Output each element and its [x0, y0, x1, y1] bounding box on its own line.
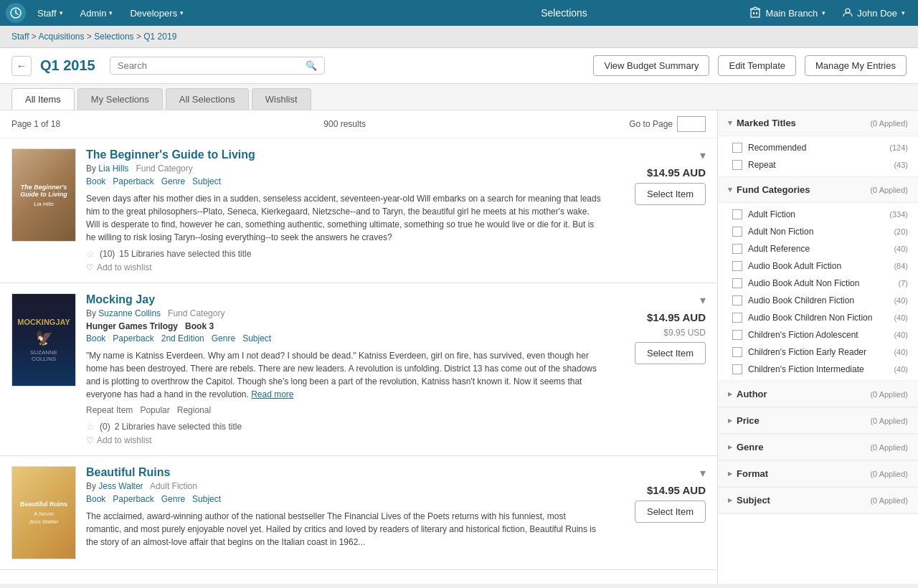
view-budget-button[interactable]: View Budget Summary [593, 55, 709, 76]
book-title: Beautiful Ruins [86, 466, 602, 479]
childrens-adolescent-checkbox[interactable] [732, 330, 742, 340]
filter-fund-categories-header[interactable]: ▾ Fund Categories (0 Applied) [718, 177, 918, 203]
select-item-button[interactable]: Select Item [635, 501, 706, 523]
author-name[interactable]: Suzanne Collins [98, 308, 161, 318]
tab-my-selections[interactable]: My Selections [77, 88, 163, 110]
svg-rect-2 [753, 12, 754, 14]
filter-genre-header[interactable]: ▸ Genre (0 Applied) [718, 435, 918, 460]
filter-item[interactable]: Children's Fiction Early Reader (40) [718, 343, 918, 361]
filter-item[interactable]: Children's Fiction Adolescent (40) [718, 326, 918, 343]
genre-applied: (0 Applied) [870, 443, 908, 452]
fund-category: Adult Fiction [150, 481, 197, 491]
filter-marked-titles-header[interactable]: ▾ Marked Titles (0 Applied) [718, 110, 918, 136]
filter-item-repeat[interactable]: Repeat (43) [718, 156, 918, 174]
manage-entries-button[interactable]: Manage My Entries [805, 55, 907, 76]
filter-author-header[interactable]: ▸ Author (0 Applied) [718, 381, 918, 407]
expand-button[interactable]: ▾ [700, 148, 706, 162]
audio-adult-non-fiction-checkbox[interactable] [732, 278, 742, 288]
expand-button[interactable]: ▾ [700, 293, 706, 307]
expand-button[interactable]: ▾ [700, 466, 706, 480]
filter-item-recommended[interactable]: Recommended (124) [718, 139, 918, 156]
book-meta: Book Paperback Genre Subject [86, 176, 602, 186]
nav-developers[interactable]: Developers ▾ [121, 0, 192, 26]
childrens-early-reader-checkbox[interactable] [732, 347, 742, 357]
adult-non-fiction-checkbox[interactable] [732, 227, 742, 237]
book-item: The Beginner's Guide to Living Lia Hills… [0, 138, 717, 283]
book-cover-beautiful-ruins: Beautiful Ruins A Novel Jess Walter [11, 466, 76, 559]
search-input[interactable] [118, 60, 306, 71]
audio-children-fiction-checkbox[interactable] [732, 295, 742, 305]
tab-all-items[interactable]: All Items [11, 88, 75, 110]
filter-item[interactable]: Adult Non Fiction (20) [718, 223, 918, 240]
book-action: ▾ $14.95 AUD Select Item [612, 466, 706, 523]
filter-subject-header[interactable]: ▸ Subject (0 Applied) [718, 488, 918, 513]
filter-item[interactable]: Audio Book Adult Non Fiction (7) [718, 275, 918, 292]
format-arrow-icon: ▸ [728, 469, 732, 478]
star-icon: ☆ [86, 421, 95, 432]
content-area: Page 1 of 18 900 results Go to Page The … [0, 110, 717, 584]
book-author: By Suzanne Collins Fund Category [86, 308, 602, 318]
fund-category: Fund Category [168, 308, 224, 318]
main-layout: Page 1 of 18 900 results Go to Page The … [0, 110, 918, 584]
edit-template-button[interactable]: Edit Template [718, 55, 796, 76]
book-title: The Beginner's Guide to Living [86, 148, 602, 161]
breadcrumb-staff[interactable]: Staff [11, 32, 29, 42]
select-item-button[interactable]: Select Item [635, 342, 706, 364]
childrens-intermediate-checkbox[interactable] [732, 364, 742, 374]
audio-adult-fiction-checkbox[interactable] [732, 261, 742, 271]
tab-all-selections[interactable]: All Selections [166, 88, 249, 110]
format-applied: (0 Applied) [870, 470, 908, 478]
admin-chevron-icon: ▾ [109, 9, 113, 16]
audio-children-non-fiction-checkbox[interactable] [732, 313, 742, 323]
filter-format-header[interactable]: ▸ Format (0 Applied) [718, 461, 918, 487]
book-cover-beginner: The Beginner's Guide to Living Lia Hills [11, 148, 76, 242]
adult-reference-checkbox[interactable] [732, 244, 742, 254]
book-description: "My name is Katniss Everdeen. Why am I n… [86, 349, 602, 401]
nav-staff[interactable]: Staff ▾ [29, 0, 72, 26]
filter-item[interactable]: Children's Fiction Intermediate (40) [718, 361, 918, 378]
repeat-checkbox[interactable] [732, 160, 742, 170]
nav-admin[interactable]: Admin ▾ [72, 0, 122, 26]
book-info: Mocking Jay By Suzanne Collins Fund Cate… [86, 293, 602, 445]
author-name[interactable]: Jess Walter [98, 481, 143, 491]
fund-category: Fund Category [136, 163, 192, 174]
filter-item[interactable]: Audio Book Adult Fiction (84) [718, 257, 918, 275]
filter-marked-titles: ▾ Marked Titles (0 Applied) Recommended … [718, 110, 918, 177]
back-button[interactable]: ← [11, 56, 32, 76]
filter-item[interactable]: Audio Book Children Non Fiction (40) [718, 309, 918, 326]
author-arrow-icon: ▸ [728, 389, 732, 399]
read-more-link[interactable]: Read more [251, 389, 293, 399]
author-name[interactable]: Lia Hills [98, 163, 128, 174]
svg-rect-3 [756, 12, 757, 14]
nav-user[interactable]: John Doe ▾ [836, 7, 912, 19]
subject-applied: (0 Applied) [870, 496, 908, 505]
breadcrumb-q12019[interactable]: Q1 2019 [143, 32, 176, 42]
genre-arrow-icon: ▸ [728, 442, 732, 452]
breadcrumb-acquisitions[interactable]: Acquisitions [38, 32, 84, 42]
page-number-input[interactable] [677, 116, 706, 132]
wishlist-button[interactable]: ♡ Add to wishlist [86, 435, 602, 445]
filter-item[interactable]: Audio Book Children Fiction (40) [718, 292, 918, 309]
goto-page: Go to Page [629, 116, 706, 132]
filter-price-header[interactable]: ▸ Price (0 Applied) [718, 408, 918, 434]
adult-fiction-checkbox[interactable] [732, 209, 742, 219]
tab-wishlist[interactable]: Wishlist [252, 88, 311, 110]
fund-categories-items: Adult Fiction (334) Adult Non Fiction (2… [718, 203, 918, 381]
svg-rect-1 [751, 9, 760, 17]
book-action: ▾ $14.95 AUD $9.95 USD Select Item [612, 293, 706, 364]
filter-item[interactable]: Adult Fiction (334) [718, 206, 918, 223]
staff-chevron-icon: ▾ [60, 9, 63, 16]
book-author: By Jess Walter Adult Fiction [86, 481, 602, 491]
filter-item[interactable]: Adult Reference (40) [718, 240, 918, 257]
book-description: Seven days after his mother dies in a su… [86, 192, 602, 244]
book-cover-mockingjay: MOCKINGJAY 🦅 SUZANNE COLLINS [11, 293, 76, 387]
wishlist-button[interactable]: ♡ Add to wishlist [86, 262, 602, 272]
sidebar-filters: ▾ Marked Titles (0 Applied) Recommended … [717, 110, 918, 584]
recommended-checkbox[interactable] [732, 143, 742, 153]
breadcrumb-selections[interactable]: Selections [94, 32, 133, 42]
fund-categories-applied: (0 Applied) [870, 186, 908, 194]
filter-genre: ▸ Genre (0 Applied) [718, 435, 918, 461]
nav-branch[interactable]: Main Branch ▾ [742, 6, 833, 20]
select-item-button[interactable]: Select Item [635, 183, 706, 205]
marked-titles-arrow-icon: ▾ [728, 118, 732, 128]
